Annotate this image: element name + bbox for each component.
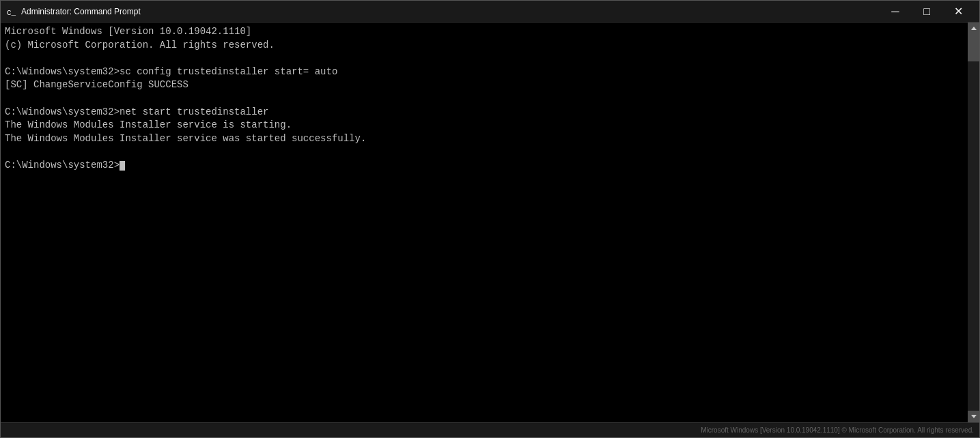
title-bar: C_ Administrator: Command Prompt ─ □ ✕ (1, 1, 979, 23)
command-prompt-window: C_ Administrator: Command Prompt ─ □ ✕ M… (0, 0, 980, 438)
console-line: C:\Windows\system32>net start trustedins… (5, 106, 964, 119)
console-line: C:\Windows\system32>sc config trustedins… (5, 65, 964, 79)
maximize-button[interactable]: □ (911, 1, 942, 23)
cursor (120, 161, 125, 171)
scrollbar-track[interactable] (968, 34, 979, 411)
console-line: The Windows Modules Installer service wa… (5, 132, 964, 146)
console-line (5, 145, 964, 159)
console-output: Microsoft Windows [Version 10.0.19042.11… (1, 23, 968, 422)
title-bar-controls: ─ □ ✕ (880, 1, 974, 23)
status-bar: Microsoft Windows [Version 10.0.19042.11… (1, 422, 979, 437)
console-line: [SC] ChangeServiceConfig SUCCESS (5, 78, 964, 92)
console-line (5, 52, 964, 65)
scrollbar[interactable] (968, 23, 979, 422)
scrollbar-thumb[interactable] (968, 34, 979, 61)
window-title: Administrator: Command Prompt (21, 7, 141, 16)
svg-text:C_: C_ (7, 9, 16, 17)
console-line (5, 92, 964, 106)
minimize-button[interactable]: ─ (880, 1, 911, 23)
svg-marker-3 (971, 415, 977, 418)
cmd-icon: C_ (6, 6, 17, 17)
close-button[interactable]: ✕ (942, 1, 974, 23)
svg-marker-2 (971, 27, 977, 30)
scroll-down-button[interactable] (968, 411, 979, 422)
title-bar-left: C_ Administrator: Command Prompt (6, 6, 141, 17)
console-line: C:\Windows\system32> (5, 159, 964, 173)
scroll-up-button[interactable] (968, 23, 979, 34)
status-text: Microsoft Windows [Version 10.0.19042.11… (701, 426, 974, 434)
console-area[interactable]: Microsoft Windows [Version 10.0.19042.11… (1, 23, 979, 422)
console-line: Microsoft Windows [Version 10.0.19042.11… (5, 25, 964, 39)
console-line: The Windows Modules Installer service is… (5, 119, 964, 132)
console-line: (c) Microsoft Corporation. All rights re… (5, 39, 964, 53)
